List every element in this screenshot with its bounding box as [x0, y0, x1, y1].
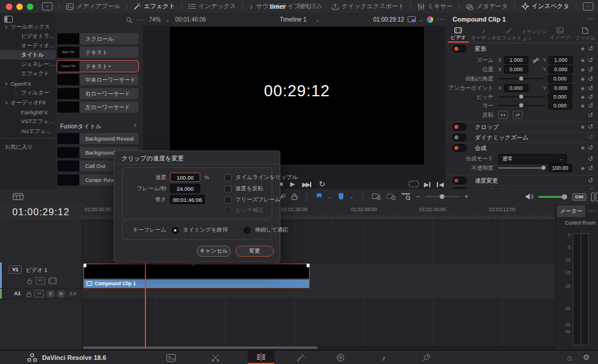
keyframe-icon[interactable]: ◆ — [581, 58, 585, 63]
play-around-button[interactable]: ▶ — [424, 178, 431, 189]
title-item-scroll[interactable]: スクロール — [57, 33, 138, 44]
expand-icon[interactable]: ∨ — [5, 24, 11, 30]
sidebar-item-vst-effects[interactable]: VSTエフェクト — [0, 117, 55, 126]
opacity-field[interactable]: 100.00 — [548, 164, 572, 172]
sidebar-item-fairlightfx[interactable]: FairlightFX — [0, 107, 55, 117]
timeline-horizontal-scrollbar[interactable] — [82, 346, 555, 349]
rotation-slider[interactable] — [498, 78, 545, 79]
speed-field[interactable]: 100.00 — [170, 173, 200, 182]
meter-options-icon[interactable]: ⋯ — [588, 206, 596, 215]
chevron-down-icon[interactable]: ⌄ — [419, 18, 423, 22]
anchor-y-field[interactable]: 0.000 — [548, 84, 573, 92]
flip-vertical-button[interactable]: ▴▾ — [513, 111, 523, 119]
loop-button[interactable]: ↻ — [319, 181, 325, 187]
keyframe-icon[interactable]: ◆ — [581, 103, 585, 108]
yaw-slider[interactable] — [498, 105, 545, 106]
stretch-to-fit-radio[interactable] — [244, 227, 251, 234]
reverse-speed-checkbox[interactable] — [224, 186, 231, 192]
transform-toggle[interactable] — [453, 45, 467, 52]
page-layout-icon[interactable]: ⌄ — [583, 2, 593, 10]
timeline-clip-compound[interactable]: Compound Clip 1 — [84, 264, 310, 288]
position-x-field[interactable]: 0.000 — [504, 65, 529, 74]
workspace-layout-icon[interactable]: ⌄ — [42, 2, 53, 10]
reset-icon[interactable]: ↺ — [588, 66, 593, 74]
crop-toggle[interactable] — [453, 123, 467, 131]
composite-mode-dropdown[interactable]: 通常 ⌄ — [498, 154, 567, 164]
zoom-out-icon[interactable]: − — [416, 192, 420, 201]
dynamic-zoom-toggle[interactable] — [453, 134, 467, 141]
page-fusion[interactable] — [295, 352, 307, 363]
window-zoom-button[interactable] — [27, 4, 33, 10]
filmstrip-icon[interactable] — [48, 278, 57, 284]
metadata-toggle[interactable]: メタデータ — [466, 2, 507, 10]
expand-icon[interactable]: ∨ — [5, 100, 11, 106]
full-extent-zoom-icon[interactable] — [372, 193, 381, 200]
inspector-toggle[interactable]: インスペクタ — [521, 2, 569, 10]
position-y-field[interactable]: 0.000 — [548, 65, 573, 74]
video-track-name[interactable]: ビデオ 1 — [26, 267, 47, 274]
keyframe-icon[interactable]: ◆ — [581, 166, 585, 171]
search-icon[interactable] — [126, 17, 133, 23]
chevron-down-icon[interactable]: ⌄ — [165, 18, 170, 22]
page-deliver[interactable] — [420, 352, 432, 363]
a1-track-label[interactable]: A1 — [14, 290, 21, 296]
fast-forward-button[interactable]: ▶▶ — [302, 178, 312, 189]
tab-audio[interactable]: ♪ オーディオ — [471, 26, 497, 43]
home-icon[interactable]: ⌂ — [567, 353, 572, 362]
fusion-title-item[interactable]: Background Reveal — [57, 133, 138, 144]
composite-section-header[interactable]: 合成 ◆ ↺ — [446, 142, 598, 153]
cancel-button[interactable]: キャンセル — [197, 246, 231, 257]
zoom-in-icon[interactable]: + — [464, 192, 468, 201]
anchor-x-field[interactable]: 0.000 — [504, 84, 529, 92]
keyframe-icon[interactable]: ◆ — [581, 67, 585, 72]
sidebar-item-audio-transitions[interactable]: オーディオトラン... — [0, 41, 55, 50]
dual-mono-meter-icon[interactable] — [591, 192, 598, 201]
media-pool-toggle[interactable]: メディアプール — [66, 2, 120, 10]
sidebar-item-effects[interactable]: エフェクト — [0, 69, 55, 78]
clip-out-handle[interactable] — [307, 264, 310, 267]
reset-icon[interactable]: ↺ — [588, 155, 593, 163]
meter-tab[interactable]: メーター — [557, 205, 585, 217]
dim-audio-button[interactable]: DIM — [572, 193, 586, 201]
keyframe-icon[interactable]: ◆ — [581, 86, 585, 91]
flag-icon[interactable] — [316, 193, 322, 200]
audio-track-lane[interactable] — [82, 288, 555, 299]
page-media[interactable] — [165, 352, 177, 363]
timeline-zoom-slider[interactable] — [425, 196, 459, 197]
detail-zoom-icon[interactable] — [387, 193, 396, 200]
tab-transition[interactable]: トランジション — [522, 26, 548, 43]
title-item-left-lower-third[interactable]: 左ローワーサード — [57, 102, 138, 113]
sidebar-item-toolbox[interactable]: ∨ ツールボックス — [0, 22, 55, 32]
play-button[interactable]: ▶ — [290, 181, 295, 187]
keyframe-icon[interactable]: ◆ — [581, 94, 585, 100]
reset-icon[interactable]: ↺ — [588, 111, 593, 119]
sidebar-item-titles[interactable]: タイトル — [0, 50, 55, 60]
collapse-icon[interactable]: ∧ — [133, 123, 137, 128]
freeze-frame-checkbox[interactable] — [224, 197, 231, 204]
tab-image[interactable]: イメージ — [547, 26, 573, 43]
reset-icon[interactable]: ↺ — [588, 102, 593, 110]
v1-destination-badge[interactable]: V1 — [9, 265, 22, 274]
inspector-options-icon[interactable]: ⋯ — [587, 15, 594, 23]
title-item-text[interactable]: Basic Title テキスト — [57, 47, 138, 58]
lock-icon[interactable] — [27, 278, 32, 284]
speed-change-section-header[interactable]: 速度変更 ↺ — [446, 175, 598, 186]
reset-icon[interactable]: ↺ — [588, 123, 593, 131]
index-toggle[interactable]: インデックス — [189, 2, 236, 10]
reset-icon[interactable]: ↺ — [588, 134, 593, 141]
marker-icon[interactable] — [338, 193, 345, 200]
expand-icon[interactable]: ∨ — [5, 81, 11, 86]
change-button[interactable]: 変更 — [235, 246, 274, 257]
transform-section-header[interactable]: 変形 ◆ ↺ — [446, 44, 598, 54]
monitor-volume-slider[interactable] — [538, 196, 568, 198]
zoom-y-field[interactable]: 1.000 — [548, 56, 573, 64]
tab-effects[interactable]: エフェクト — [496, 26, 522, 43]
page-cut[interactable] — [210, 352, 222, 363]
solo-button[interactable]: S — [47, 290, 54, 298]
sidebar-item-favorites[interactable]: お気に入り — [0, 142, 55, 152]
reset-icon[interactable]: ↺ — [588, 93, 593, 101]
crop-section-header[interactable]: クロップ ◆ ↺ — [446, 121, 598, 132]
title-item-middle-lower-third[interactable]: 中央ローワーサード — [57, 74, 138, 85]
collapsed-icon[interactable]: › — [15, 90, 21, 96]
sidebar-item-filters[interactable]: › フィルター — [0, 88, 55, 97]
